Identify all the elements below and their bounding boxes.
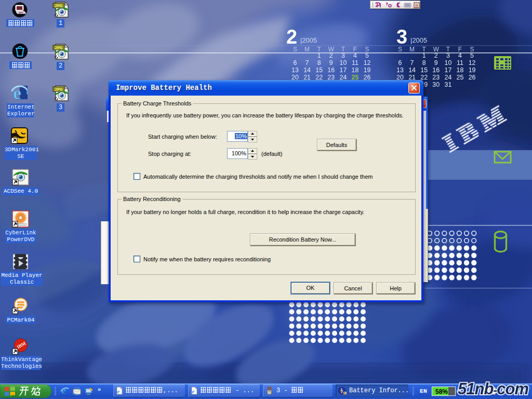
svg-text:»: » (98, 386, 101, 392)
svg-text:19: 19 (469, 66, 476, 74)
svg-text:9: 9 (434, 59, 438, 66)
svg-text:5: 5 (365, 52, 369, 59)
svg-text:14: 14 (303, 66, 311, 74)
svg-text:19: 19 (364, 66, 371, 74)
svg-text:31: 31 (444, 81, 451, 88)
svg-text:M: M (304, 46, 310, 53)
svg-text:12: 12 (469, 59, 476, 66)
svg-text:13: 13 (396, 66, 404, 74)
svg-text:6: 6 (294, 59, 297, 66)
svg-text:11: 11 (352, 59, 358, 66)
svg-text:16: 16 (432, 66, 440, 74)
svg-text:5: 5 (470, 52, 474, 59)
svg-text:|2005: |2005 (410, 36, 427, 44)
svg-text:3: 3 (341, 52, 345, 59)
svg-text:S: S (293, 46, 297, 53)
svg-text:24: 24 (444, 74, 451, 81)
svg-text:1: 1 (422, 52, 426, 59)
svg-text:16: 16 (327, 66, 335, 74)
svg-text:M: M (409, 46, 415, 53)
svg-text:2: 2 (434, 52, 438, 59)
svg-text:12: 12 (364, 59, 371, 66)
svg-text:4: 4 (353, 52, 357, 59)
svg-text:17: 17 (444, 66, 451, 74)
svg-text:1: 1 (317, 52, 321, 59)
svg-text:23: 23 (432, 74, 440, 81)
svg-text:15: 15 (315, 66, 323, 74)
svg-text:e: e (192, 388, 195, 394)
svg-text:2: 2 (286, 26, 297, 48)
svg-text:e: e (117, 388, 120, 394)
svg-text:25: 25 (457, 74, 464, 81)
svg-text:14: 14 (408, 66, 416, 74)
svg-text:8: 8 (317, 59, 321, 66)
svg-text:30: 30 (432, 81, 440, 88)
svg-text:10: 10 (339, 59, 347, 66)
svg-text:6: 6 (398, 59, 402, 66)
svg-text:26: 26 (469, 74, 476, 81)
svg-text:10: 10 (444, 59, 451, 66)
svg-text:S: S (398, 46, 402, 53)
svg-text:4: 4 (458, 52, 462, 59)
svg-text:11: 11 (457, 59, 463, 66)
svg-text:3: 3 (396, 26, 407, 48)
svg-text:15: 15 (420, 66, 428, 74)
svg-text:17: 17 (339, 66, 347, 74)
svg-text:18: 18 (352, 66, 359, 74)
svg-text:7: 7 (305, 59, 309, 66)
svg-text:18: 18 (457, 66, 464, 74)
svg-text:|2005: |2005 (300, 36, 317, 44)
svg-text:2: 2 (329, 52, 333, 59)
svg-text:8: 8 (422, 59, 426, 66)
svg-text:7: 7 (410, 59, 414, 66)
svg-text:9: 9 (329, 59, 333, 66)
svg-text:13: 13 (291, 66, 299, 74)
svg-text:3: 3 (446, 52, 450, 59)
